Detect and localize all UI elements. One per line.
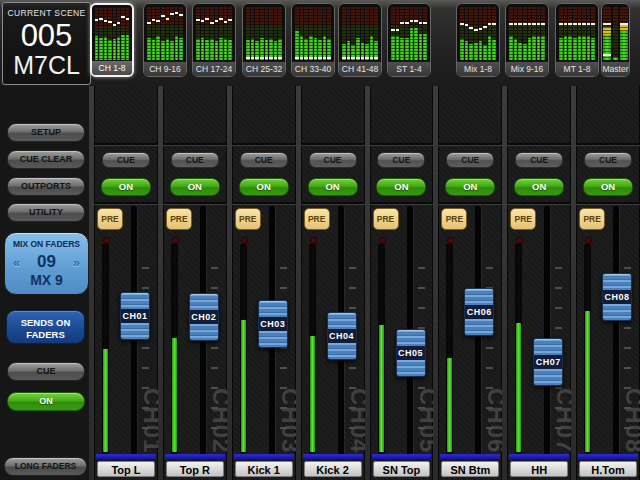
channel-name[interactable]: SN Btm bbox=[441, 461, 499, 477]
meter-bar-level bbox=[559, 38, 563, 60]
master-cue-button[interactable]: CUE bbox=[7, 362, 85, 381]
cue-button[interactable]: CUE bbox=[584, 152, 632, 168]
meter-tab-master[interactable]: Master bbox=[601, 3, 630, 77]
meter-tab-ch-1-8[interactable]: CH 1-8 bbox=[90, 3, 134, 77]
meter-bar bbox=[104, 8, 107, 61]
meter-tab-mt-1-8[interactable]: MT 1-8 bbox=[555, 3, 599, 77]
meter-bar bbox=[215, 7, 219, 60]
meter-bar-level bbox=[492, 40, 496, 60]
on-button[interactable]: ON bbox=[170, 178, 220, 196]
meter-bar bbox=[391, 7, 395, 60]
on-button[interactable]: ON bbox=[101, 178, 151, 196]
pre-badge[interactable]: PRE bbox=[510, 208, 536, 230]
cue-button[interactable]: CUE bbox=[515, 152, 563, 168]
fader-knob-label: CH04 bbox=[328, 329, 356, 343]
cue-button[interactable]: CUE bbox=[171, 152, 219, 168]
outports-button[interactable]: OUTPORTS bbox=[7, 177, 85, 196]
setup-button[interactable]: SETUP bbox=[7, 123, 85, 142]
mix-on-faders-panel[interactable]: MIX ON FADERS « 09 » MX 9 bbox=[4, 232, 89, 295]
channel-number-watermark: CH04 bbox=[345, 388, 365, 453]
long-faders-button[interactable]: LONG FADERS bbox=[4, 457, 87, 476]
sends-on-faders-button[interactable]: SENDS ON FADERS bbox=[6, 310, 85, 344]
meter-bar-level bbox=[170, 41, 174, 60]
meter-tab-label: ST 1-4 bbox=[388, 61, 430, 76]
fader-scale-tick bbox=[418, 387, 425, 389]
fader-track[interactable] bbox=[613, 206, 619, 456]
channel-name[interactable]: Top R bbox=[166, 461, 224, 477]
utility-button[interactable]: UTILITY bbox=[7, 203, 85, 222]
meter-bar bbox=[99, 8, 102, 61]
fader-knob[interactable]: CH02 bbox=[189, 293, 219, 341]
on-button[interactable]: ON bbox=[514, 178, 564, 196]
pre-badge[interactable]: PRE bbox=[97, 208, 123, 230]
channel-name[interactable]: Kick 1 bbox=[235, 461, 293, 477]
master-on-button[interactable]: ON bbox=[7, 392, 85, 411]
level-meter-fill bbox=[516, 323, 521, 452]
on-button[interactable]: ON bbox=[583, 178, 633, 196]
cue-button[interactable]: CUE bbox=[309, 152, 357, 168]
pre-badge[interactable]: PRE bbox=[304, 208, 330, 230]
cue-button[interactable]: CUE bbox=[377, 152, 425, 168]
meter-bar-level bbox=[460, 39, 464, 60]
channel-name[interactable]: Top L bbox=[97, 461, 155, 477]
pre-badge[interactable]: PRE bbox=[441, 208, 467, 230]
fader-knob[interactable]: CH04 bbox=[327, 312, 357, 360]
fader-position-mark bbox=[175, 12, 179, 14]
fader-scale-tick bbox=[211, 367, 218, 369]
fader-scale-tick bbox=[555, 407, 562, 409]
meter-bar bbox=[147, 7, 151, 60]
fader-position-mark bbox=[304, 57, 308, 59]
fader-scale-tick bbox=[280, 287, 287, 289]
m7cl-stagemix-app: CURRENT SCENE 005 M7CL CH 1-8CH 9-16CH 1… bbox=[0, 0, 640, 480]
fader-knob[interactable]: CH01 bbox=[120, 292, 150, 340]
fader-knob[interactable]: CH05 bbox=[396, 329, 426, 377]
fader-scale-tick bbox=[211, 407, 218, 409]
meter-bar bbox=[613, 7, 618, 60]
meter-bar bbox=[582, 7, 586, 60]
meter-bar bbox=[488, 7, 492, 60]
meter-tab-ch-9-16[interactable]: CH 9-16 bbox=[143, 3, 187, 77]
meter-bar-level bbox=[215, 41, 219, 60]
channel-name[interactable]: HH bbox=[510, 461, 568, 477]
fader-knob[interactable]: CH03 bbox=[258, 300, 288, 348]
current-scene-panel: CURRENT SCENE 005 M7CL bbox=[2, 2, 91, 85]
meter-tab-ch-25-32[interactable]: CH 25-32 bbox=[242, 3, 286, 77]
channel-color-bar bbox=[372, 454, 432, 459]
pre-badge[interactable]: PRE bbox=[166, 208, 192, 230]
channel-name[interactable]: H.Tom bbox=[579, 461, 637, 477]
meter-tab-mix-9-16[interactable]: Mix 9-16 bbox=[505, 3, 549, 77]
pre-badge[interactable]: PRE bbox=[235, 208, 261, 230]
fader-track[interactable] bbox=[544, 206, 550, 456]
on-button[interactable]: ON bbox=[376, 178, 426, 196]
fader-position-mark bbox=[603, 54, 611, 56]
meter-bar-level bbox=[95, 36, 98, 61]
pre-badge[interactable]: PRE bbox=[579, 208, 605, 230]
fader-knob[interactable]: CH07 bbox=[533, 338, 563, 386]
cue-button[interactable]: CUE bbox=[240, 152, 288, 168]
meter-tab-ch-41-48[interactable]: CH 41-48 bbox=[338, 3, 382, 77]
channel-name[interactable]: Kick 2 bbox=[304, 461, 362, 477]
channel-name[interactable]: SN Top bbox=[373, 461, 431, 477]
on-button[interactable]: ON bbox=[445, 178, 495, 196]
meter-tab-ch-17-24[interactable]: CH 17-24 bbox=[192, 3, 236, 77]
level-meter-fill bbox=[241, 320, 246, 452]
on-button[interactable]: ON bbox=[239, 178, 289, 196]
sends-on-faders-line2: FADERS bbox=[7, 329, 84, 341]
fader-knob[interactable]: CH06 bbox=[464, 288, 494, 336]
fader-knob[interactable]: CH08 bbox=[602, 273, 632, 321]
mix-next-arrow-icon[interactable]: » bbox=[73, 255, 80, 270]
meter-bar bbox=[113, 8, 116, 61]
meter-bar bbox=[117, 8, 120, 61]
meter-tab-mix-1-8[interactable]: Mix 1-8 bbox=[456, 3, 500, 77]
cue-button[interactable]: CUE bbox=[446, 152, 494, 168]
meter-tab-ch-33-40[interactable]: CH 33-40 bbox=[291, 3, 335, 77]
cue-button[interactable]: CUE bbox=[102, 152, 150, 168]
cue-clear-button[interactable]: CUE CLEAR bbox=[7, 150, 85, 169]
clip-indicator bbox=[516, 237, 523, 244]
fader-position-mark bbox=[573, 23, 577, 25]
meter-bar bbox=[126, 8, 129, 61]
fader-scale-tick bbox=[486, 367, 493, 369]
meter-tab-st-1-4[interactable]: ST 1-4 bbox=[387, 3, 431, 77]
on-button[interactable]: ON bbox=[308, 178, 358, 196]
pre-badge[interactable]: PRE bbox=[373, 208, 399, 230]
